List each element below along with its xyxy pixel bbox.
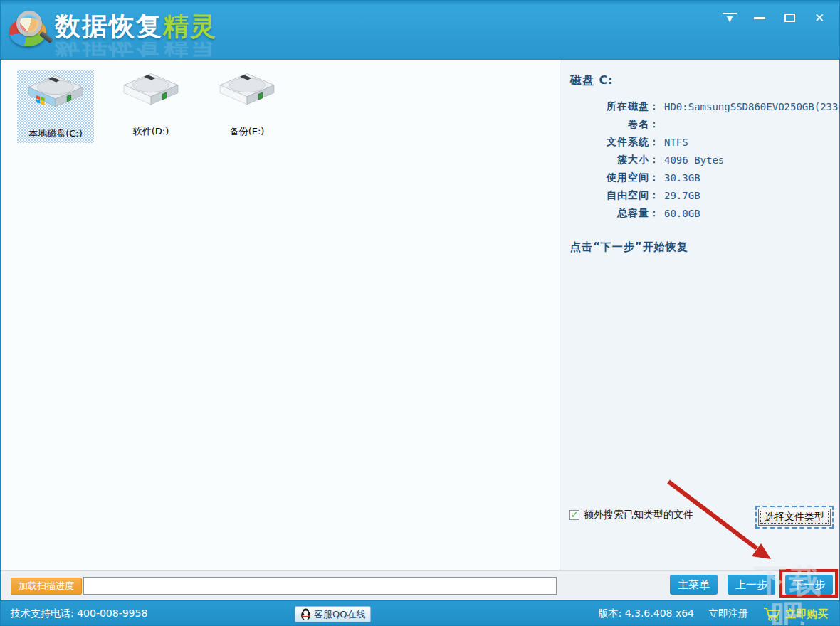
extra-search-checkbox[interactable]: ✓	[569, 510, 579, 520]
checkmark-icon: ✓	[571, 510, 579, 519]
disk-info-panel: 磁盘 C: 所在磁盘：HD0:SamsungSSD860EVO250GB(233…	[560, 60, 840, 570]
info-value: HD0:SamsungSSD860EVO250GB(233G	[664, 101, 840, 112]
load-scan-progress-button[interactable]: 加载扫描进度	[11, 578, 82, 595]
app-window: 数据恢复精灵 数据恢复精灵 ▼ ✕	[0, 0, 840, 626]
extra-search-row: ✓ 额外搜索已知类型的文件	[569, 509, 693, 521]
app-title-accent: 精灵	[163, 11, 217, 41]
drive-item-c[interactable]: 本地磁盘(C:)	[12, 70, 99, 143]
info-row: 卷名：	[560, 115, 840, 133]
support-phone-text: 技术支持电话: 400-008-9958	[11, 601, 147, 626]
drive-item-e[interactable]: 备份(E:)	[204, 70, 290, 139]
info-label: 卷名：	[560, 118, 660, 131]
info-value: 60.0GB	[664, 208, 700, 219]
app-title-reflection: 数据恢复精灵	[55, 42, 217, 58]
app-title-main: 数据恢复	[55, 11, 163, 41]
info-label: 使用空间：	[560, 171, 660, 184]
hard-drive-icon	[20, 72, 91, 112]
qq-service-button[interactable]: 客服QQ在线	[295, 606, 371, 622]
qq-penguin-icon	[300, 608, 311, 620]
next-step-hint: 点击“下一步”开始恢复	[570, 240, 688, 254]
info-value: 30.3GB	[664, 172, 700, 184]
status-bar: 技术支持电话: 400-008-9958 客服QQ在线 版本: 4.3.6.40…	[1, 600, 839, 626]
info-row: 使用空间：30.3GB	[560, 169, 840, 186]
info-row: 总容量：60.0GB	[560, 204, 840, 222]
info-label: 簇大小：	[560, 154, 660, 166]
extra-search-label: 额外搜索已知类型的文件	[584, 509, 693, 521]
scan-progress-bar	[83, 577, 557, 595]
shopping-cart-icon	[762, 606, 781, 622]
version-text: 版本: 4.3.6.408 x64	[598, 608, 694, 620]
info-row: 所在磁盘：HD0:SamsungSSD860EVO250GB(233G	[560, 97, 840, 115]
info-label: 自由空间：	[560, 189, 660, 202]
window-controls: ▼ ✕	[723, 9, 826, 26]
disk-info-title: 磁盘 C:	[570, 73, 614, 88]
magnifier-icon	[16, 11, 42, 36]
main-menu-button[interactable]: 主菜单	[670, 575, 718, 595]
info-value: NTFS	[664, 137, 688, 148]
titlebar: 数据恢复精灵 数据恢复精灵 ▼ ✕	[1, 1, 839, 60]
previous-step-button[interactable]: 上一步	[728, 575, 775, 595]
maximize-icon[interactable]	[782, 11, 797, 25]
hard-drive-icon	[115, 70, 187, 110]
info-value: 4096 Bytes	[664, 154, 724, 166]
drive-label: 本地磁盘(C:)	[26, 127, 85, 141]
info-row: 簇大小：4096 Bytes	[560, 151, 840, 169]
drive-selection-highlight: 本地磁盘(C:)	[17, 70, 94, 143]
app-title: 数据恢复精灵	[55, 14, 217, 39]
status-right-group: 版本: 4.3.6.408 x64 立即注册 立即购买	[598, 601, 828, 626]
minimize-icon[interactable]	[752, 11, 767, 25]
register-link[interactable]: 立即注册	[708, 608, 748, 620]
info-label: 总容量：	[560, 207, 660, 220]
next-step-button[interactable]: 下一步	[785, 575, 833, 595]
drive-label: 软件(D:)	[131, 124, 172, 139]
main-area: 本地磁盘(C:) 软件(D:)	[1, 60, 839, 570]
disk-info-rows: 所在磁盘：HD0:SamsungSSD860EVO250GB(233G 卷名： …	[560, 97, 840, 222]
info-label: 所在磁盘：	[560, 100, 660, 113]
select-file-type-label: 选择文件类型	[758, 509, 831, 526]
qq-service-label: 客服QQ在线	[314, 608, 365, 621]
drive-list-panel: 本地磁盘(C:) 软件(D:)	[1, 60, 560, 570]
buy-now-label: 立即购买	[785, 608, 828, 621]
select-file-type-button[interactable]: 选择文件类型	[755, 506, 834, 529]
buy-now-link[interactable]: 立即购买	[762, 606, 828, 622]
info-value: 29.7GB	[664, 190, 700, 201]
drive-item-d[interactable]: 软件(D:)	[107, 70, 194, 139]
drive-label: 备份(E:)	[228, 124, 267, 139]
hard-drive-icon	[211, 70, 283, 110]
info-row: 自由空间：29.7GB	[560, 186, 840, 204]
info-label: 文件系统：	[560, 136, 660, 149]
info-row: 文件系统：NTFS	[560, 133, 840, 151]
close-icon[interactable]: ✕	[812, 11, 826, 25]
menu-dropdown-icon[interactable]: ▼	[723, 13, 737, 23]
app-logo-icon	[8, 8, 52, 52]
progress-row: 加载扫描进度 主菜单 上一步 下一步	[1, 570, 839, 600]
